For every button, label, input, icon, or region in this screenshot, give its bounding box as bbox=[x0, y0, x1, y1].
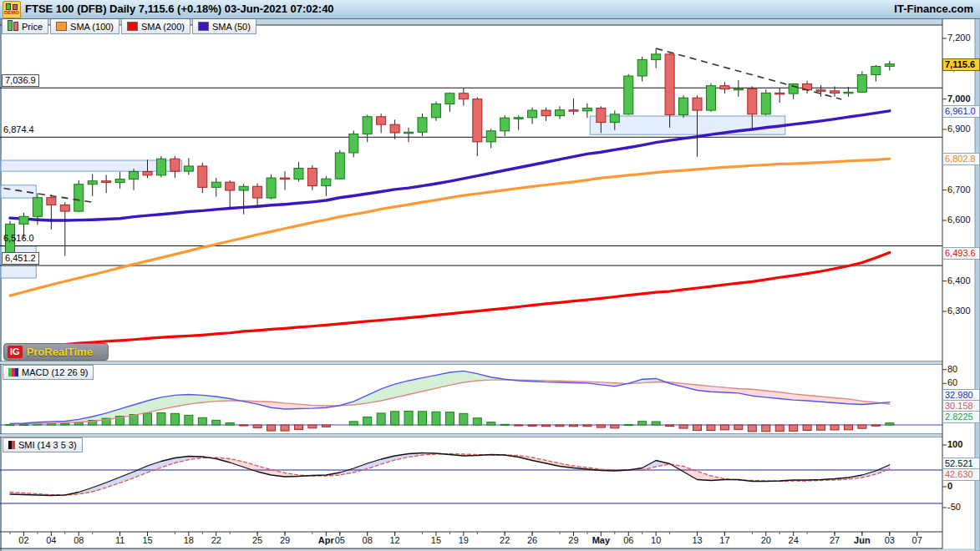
candle-28-may[interactable] bbox=[844, 92, 853, 94]
candle-21-may[interactable] bbox=[775, 93, 785, 94]
candle-14-may[interactable] bbox=[706, 86, 715, 110]
candle-19-apr[interactable] bbox=[459, 94, 468, 99]
candle-14-apr[interactable] bbox=[418, 118, 427, 132]
right-scrollbar-strip[interactable] bbox=[975, 18, 980, 551]
candle-29-apr[interactable] bbox=[569, 110, 578, 112]
candle-24-may[interactable] bbox=[789, 83, 798, 94]
candle-18-mar[interactable] bbox=[184, 166, 193, 171]
candle-11-mar[interactable] bbox=[115, 179, 124, 183]
candle-08-mar[interactable] bbox=[74, 185, 84, 211]
candle-19-may[interactable] bbox=[748, 88, 757, 114]
candle-12-mar[interactable] bbox=[129, 171, 139, 179]
candle-27-apr[interactable] bbox=[541, 110, 551, 116]
candle-09-apr[interactable] bbox=[377, 117, 386, 124]
alert-level-label[interactable]: 7,036.9 bbox=[2, 74, 39, 87]
candle-20-may[interactable] bbox=[761, 93, 770, 114]
candle-19-mar[interactable] bbox=[198, 166, 207, 187]
candle-17-mar[interactable] bbox=[170, 159, 180, 171]
smi-legend[interactable]: SMI (14 3 5 3) bbox=[3, 437, 83, 452]
candle-07-apr[interactable] bbox=[349, 134, 358, 153]
candle-29-mar[interactable] bbox=[281, 178, 290, 179]
candle-02-mar[interactable] bbox=[19, 216, 28, 224]
candle-30-mar[interactable] bbox=[294, 168, 303, 179]
candle-07-may[interactable] bbox=[637, 59, 647, 76]
highlight-zone[interactable] bbox=[0, 160, 181, 171]
macd-histogram-bar bbox=[734, 425, 743, 429]
legend-chip-sma-100[interactable]: SMA (100) bbox=[50, 18, 119, 34]
candle-21-apr[interactable] bbox=[486, 131, 495, 142]
candle-10-may[interactable] bbox=[652, 54, 661, 60]
candle-01-mar[interactable] bbox=[6, 224, 15, 255]
candle-05-mar[interactable] bbox=[60, 205, 69, 211]
candle-06-may[interactable] bbox=[624, 76, 633, 114]
candle-13-may[interactable] bbox=[693, 98, 702, 110]
candle-24-mar[interactable] bbox=[239, 186, 248, 190]
candle-26-mar[interactable] bbox=[267, 178, 276, 198]
candle-06-apr[interactable] bbox=[335, 153, 344, 179]
candle-26-apr[interactable] bbox=[528, 110, 537, 118]
candle-23-apr[interactable] bbox=[514, 118, 523, 119]
candle-15-mar[interactable] bbox=[143, 171, 152, 174]
candle-17-may[interactable] bbox=[720, 86, 729, 89]
brand-link[interactable]: IT-Finance.com bbox=[894, 3, 973, 15]
candle-22-apr[interactable] bbox=[500, 118, 510, 131]
left-edge bbox=[0, 18, 2, 551]
candle-16-mar[interactable] bbox=[156, 159, 165, 175]
prorealtime-wordmark: ProRealTime bbox=[27, 346, 93, 358]
candle-26-may[interactable] bbox=[816, 90, 825, 92]
macd-histogram-bar bbox=[528, 425, 536, 426]
macd-legend[interactable]: MACD (12 26 9) bbox=[3, 365, 94, 380]
candle-22-mar[interactable] bbox=[211, 182, 221, 187]
candle-25-mar[interactable] bbox=[253, 186, 262, 198]
macd-histogram-bar bbox=[294, 425, 302, 429]
prorealtime-logo[interactable]: IG ProRealTime bbox=[3, 343, 109, 361]
candle-04-mar[interactable] bbox=[47, 198, 56, 205]
candle-11-may[interactable] bbox=[665, 54, 674, 115]
macd-histogram-bar bbox=[844, 425, 852, 430]
legend-chip-sma-200[interactable]: SMA (200) bbox=[121, 18, 190, 34]
candle-18-may[interactable] bbox=[734, 88, 743, 90]
candle-04-may[interactable] bbox=[597, 109, 606, 123]
line-color-swatch bbox=[198, 22, 209, 31]
time-axis[interactable] bbox=[0, 532, 942, 548]
macd-histogram-bar bbox=[679, 425, 688, 428]
legend-chip-price[interactable]: Price bbox=[2, 18, 48, 34]
line-color-swatch bbox=[127, 22, 138, 31]
candle-05-may[interactable] bbox=[610, 114, 619, 123]
macd-histogram-bar bbox=[556, 425, 564, 427]
candle-30-apr[interactable] bbox=[582, 109, 592, 111]
candle-10-mar[interactable] bbox=[102, 181, 111, 183]
candle-08-apr[interactable] bbox=[363, 117, 372, 134]
macd-histogram-bar bbox=[693, 425, 702, 431]
title-bar: DEMO FTSE 100 (DFB) Daily 7,115.6 (+0.18… bbox=[0, 0, 980, 19]
candle-09-mar[interactable] bbox=[88, 181, 97, 185]
macd-histogram-bar bbox=[308, 425, 317, 428]
candle-12-apr[interactable] bbox=[390, 124, 399, 133]
macd-icon bbox=[8, 368, 18, 377]
candle-01-jun[interactable] bbox=[857, 75, 866, 93]
highlight-zone[interactable] bbox=[0, 185, 36, 198]
candle-03-jun[interactable] bbox=[885, 64, 894, 67]
candle-01-apr[interactable] bbox=[322, 179, 331, 185]
alert-level-label[interactable]: 6,451.2 bbox=[2, 252, 39, 265]
legend-chip-sma-50[interactable]: SMA (50) bbox=[192, 18, 256, 34]
candle-03-mar[interactable] bbox=[33, 198, 42, 217]
candle-28-apr[interactable] bbox=[556, 110, 565, 116]
candle-13-apr[interactable] bbox=[404, 132, 414, 134]
candle-02-jun[interactable] bbox=[871, 66, 881, 74]
price-axis[interactable] bbox=[942, 18, 975, 548]
candle-20-apr[interactable] bbox=[473, 99, 482, 142]
separator-band[interactable] bbox=[0, 361, 942, 364]
macd-histogram-bar bbox=[198, 417, 206, 425]
macd-histogram-bar bbox=[707, 425, 715, 431]
macd-histogram-bar bbox=[597, 425, 605, 427]
candle-31-mar[interactable] bbox=[307, 168, 317, 185]
candle-12-may[interactable] bbox=[679, 98, 688, 114]
candle-23-mar[interactable] bbox=[226, 182, 235, 190]
candle-27-may[interactable] bbox=[830, 91, 840, 94]
candle-16-apr[interactable] bbox=[445, 94, 454, 104]
smi-icon bbox=[8, 441, 15, 449]
candle-15-apr[interactable] bbox=[431, 104, 440, 117]
smi-panel-area[interactable] bbox=[0, 437, 942, 532]
separator-band[interactable] bbox=[0, 434, 942, 437]
